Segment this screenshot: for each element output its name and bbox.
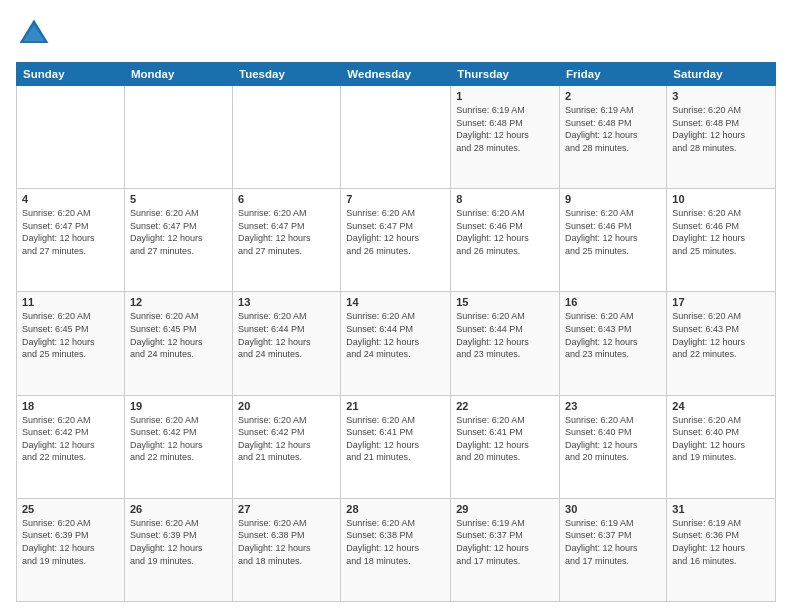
- day-number: 14: [346, 296, 445, 308]
- day-info: Sunrise: 6:20 AM Sunset: 6:42 PM Dayligh…: [130, 414, 227, 464]
- day-info: Sunrise: 6:20 AM Sunset: 6:44 PM Dayligh…: [238, 310, 335, 360]
- day-number: 7: [346, 193, 445, 205]
- day-number: 27: [238, 503, 335, 515]
- day-info: Sunrise: 6:20 AM Sunset: 6:46 PM Dayligh…: [565, 207, 661, 257]
- week-row-5: 25Sunrise: 6:20 AM Sunset: 6:39 PM Dayli…: [17, 498, 776, 601]
- day-number: 23: [565, 400, 661, 412]
- header: [16, 16, 776, 52]
- week-row-4: 18Sunrise: 6:20 AM Sunset: 6:42 PM Dayli…: [17, 395, 776, 498]
- calendar-cell: 11Sunrise: 6:20 AM Sunset: 6:45 PM Dayli…: [17, 292, 125, 395]
- calendar-header: SundayMondayTuesdayWednesdayThursdayFrid…: [17, 63, 776, 86]
- calendar-cell: 16Sunrise: 6:20 AM Sunset: 6:43 PM Dayli…: [560, 292, 667, 395]
- calendar-cell: 25Sunrise: 6:20 AM Sunset: 6:39 PM Dayli…: [17, 498, 125, 601]
- calendar: SundayMondayTuesdayWednesdayThursdayFrid…: [16, 62, 776, 602]
- day-info: Sunrise: 6:20 AM Sunset: 6:42 PM Dayligh…: [22, 414, 119, 464]
- day-info: Sunrise: 6:19 AM Sunset: 6:36 PM Dayligh…: [672, 517, 770, 567]
- day-info: Sunrise: 6:20 AM Sunset: 6:39 PM Dayligh…: [130, 517, 227, 567]
- calendar-cell: 24Sunrise: 6:20 AM Sunset: 6:40 PM Dayli…: [667, 395, 776, 498]
- day-info: Sunrise: 6:20 AM Sunset: 6:44 PM Dayligh…: [346, 310, 445, 360]
- calendar-cell: 12Sunrise: 6:20 AM Sunset: 6:45 PM Dayli…: [124, 292, 232, 395]
- calendar-cell: 9Sunrise: 6:20 AM Sunset: 6:46 PM Daylig…: [560, 189, 667, 292]
- logo-icon: [16, 16, 52, 52]
- calendar-cell: 13Sunrise: 6:20 AM Sunset: 6:44 PM Dayli…: [233, 292, 341, 395]
- day-number: 26: [130, 503, 227, 515]
- day-number: 3: [672, 90, 770, 102]
- day-info: Sunrise: 6:20 AM Sunset: 6:41 PM Dayligh…: [456, 414, 554, 464]
- day-header-sunday: Sunday: [17, 63, 125, 86]
- calendar-cell: 10Sunrise: 6:20 AM Sunset: 6:46 PM Dayli…: [667, 189, 776, 292]
- day-number: 24: [672, 400, 770, 412]
- day-info: Sunrise: 6:20 AM Sunset: 6:41 PM Dayligh…: [346, 414, 445, 464]
- page: SundayMondayTuesdayWednesdayThursdayFrid…: [0, 0, 792, 612]
- day-number: 25: [22, 503, 119, 515]
- day-number: 5: [130, 193, 227, 205]
- day-info: Sunrise: 6:20 AM Sunset: 6:40 PM Dayligh…: [565, 414, 661, 464]
- day-info: Sunrise: 6:19 AM Sunset: 6:37 PM Dayligh…: [565, 517, 661, 567]
- calendar-cell: 30Sunrise: 6:19 AM Sunset: 6:37 PM Dayli…: [560, 498, 667, 601]
- calendar-cell: 23Sunrise: 6:20 AM Sunset: 6:40 PM Dayli…: [560, 395, 667, 498]
- day-info: Sunrise: 6:19 AM Sunset: 6:48 PM Dayligh…: [565, 104, 661, 154]
- calendar-table: SundayMondayTuesdayWednesdayThursdayFrid…: [16, 62, 776, 602]
- calendar-cell: 8Sunrise: 6:20 AM Sunset: 6:46 PM Daylig…: [451, 189, 560, 292]
- day-number: 6: [238, 193, 335, 205]
- day-header-saturday: Saturday: [667, 63, 776, 86]
- calendar-cell: 21Sunrise: 6:20 AM Sunset: 6:41 PM Dayli…: [341, 395, 451, 498]
- day-number: 13: [238, 296, 335, 308]
- day-number: 22: [456, 400, 554, 412]
- calendar-cell: 20Sunrise: 6:20 AM Sunset: 6:42 PM Dayli…: [233, 395, 341, 498]
- calendar-cell: 5Sunrise: 6:20 AM Sunset: 6:47 PM Daylig…: [124, 189, 232, 292]
- day-number: 11: [22, 296, 119, 308]
- day-number: 17: [672, 296, 770, 308]
- day-number: 31: [672, 503, 770, 515]
- day-info: Sunrise: 6:20 AM Sunset: 6:38 PM Dayligh…: [238, 517, 335, 567]
- day-number: 12: [130, 296, 227, 308]
- day-info: Sunrise: 6:20 AM Sunset: 6:40 PM Dayligh…: [672, 414, 770, 464]
- day-number: 1: [456, 90, 554, 102]
- calendar-cell: [17, 86, 125, 189]
- calendar-cell: 7Sunrise: 6:20 AM Sunset: 6:47 PM Daylig…: [341, 189, 451, 292]
- day-info: Sunrise: 6:20 AM Sunset: 6:48 PM Dayligh…: [672, 104, 770, 154]
- calendar-cell: 14Sunrise: 6:20 AM Sunset: 6:44 PM Dayli…: [341, 292, 451, 395]
- day-number: 2: [565, 90, 661, 102]
- calendar-cell: [341, 86, 451, 189]
- day-header-thursday: Thursday: [451, 63, 560, 86]
- day-header-friday: Friday: [560, 63, 667, 86]
- calendar-cell: 31Sunrise: 6:19 AM Sunset: 6:36 PM Dayli…: [667, 498, 776, 601]
- day-headers-row: SundayMondayTuesdayWednesdayThursdayFrid…: [17, 63, 776, 86]
- week-row-3: 11Sunrise: 6:20 AM Sunset: 6:45 PM Dayli…: [17, 292, 776, 395]
- day-info: Sunrise: 6:19 AM Sunset: 6:37 PM Dayligh…: [456, 517, 554, 567]
- calendar-cell: 2Sunrise: 6:19 AM Sunset: 6:48 PM Daylig…: [560, 86, 667, 189]
- day-info: Sunrise: 6:20 AM Sunset: 6:47 PM Dayligh…: [238, 207, 335, 257]
- calendar-cell: 17Sunrise: 6:20 AM Sunset: 6:43 PM Dayli…: [667, 292, 776, 395]
- day-number: 21: [346, 400, 445, 412]
- day-info: Sunrise: 6:20 AM Sunset: 6:45 PM Dayligh…: [130, 310, 227, 360]
- calendar-cell: 19Sunrise: 6:20 AM Sunset: 6:42 PM Dayli…: [124, 395, 232, 498]
- logo: [16, 16, 56, 52]
- day-number: 8: [456, 193, 554, 205]
- day-info: Sunrise: 6:20 AM Sunset: 6:39 PM Dayligh…: [22, 517, 119, 567]
- week-row-1: 1Sunrise: 6:19 AM Sunset: 6:48 PM Daylig…: [17, 86, 776, 189]
- day-number: 28: [346, 503, 445, 515]
- calendar-cell: 27Sunrise: 6:20 AM Sunset: 6:38 PM Dayli…: [233, 498, 341, 601]
- day-info: Sunrise: 6:20 AM Sunset: 6:43 PM Dayligh…: [672, 310, 770, 360]
- day-number: 20: [238, 400, 335, 412]
- day-number: 16: [565, 296, 661, 308]
- calendar-cell: 22Sunrise: 6:20 AM Sunset: 6:41 PM Dayli…: [451, 395, 560, 498]
- day-info: Sunrise: 6:20 AM Sunset: 6:47 PM Dayligh…: [22, 207, 119, 257]
- calendar-cell: 4Sunrise: 6:20 AM Sunset: 6:47 PM Daylig…: [17, 189, 125, 292]
- calendar-cell: 3Sunrise: 6:20 AM Sunset: 6:48 PM Daylig…: [667, 86, 776, 189]
- calendar-body: 1Sunrise: 6:19 AM Sunset: 6:48 PM Daylig…: [17, 86, 776, 602]
- day-number: 9: [565, 193, 661, 205]
- day-number: 4: [22, 193, 119, 205]
- day-number: 29: [456, 503, 554, 515]
- day-info: Sunrise: 6:20 AM Sunset: 6:42 PM Dayligh…: [238, 414, 335, 464]
- calendar-cell: 6Sunrise: 6:20 AM Sunset: 6:47 PM Daylig…: [233, 189, 341, 292]
- day-number: 30: [565, 503, 661, 515]
- day-info: Sunrise: 6:20 AM Sunset: 6:43 PM Dayligh…: [565, 310, 661, 360]
- day-info: Sunrise: 6:20 AM Sunset: 6:46 PM Dayligh…: [456, 207, 554, 257]
- day-number: 10: [672, 193, 770, 205]
- day-info: Sunrise: 6:19 AM Sunset: 6:48 PM Dayligh…: [456, 104, 554, 154]
- calendar-cell: [124, 86, 232, 189]
- calendar-cell: 28Sunrise: 6:20 AM Sunset: 6:38 PM Dayli…: [341, 498, 451, 601]
- calendar-cell: 26Sunrise: 6:20 AM Sunset: 6:39 PM Dayli…: [124, 498, 232, 601]
